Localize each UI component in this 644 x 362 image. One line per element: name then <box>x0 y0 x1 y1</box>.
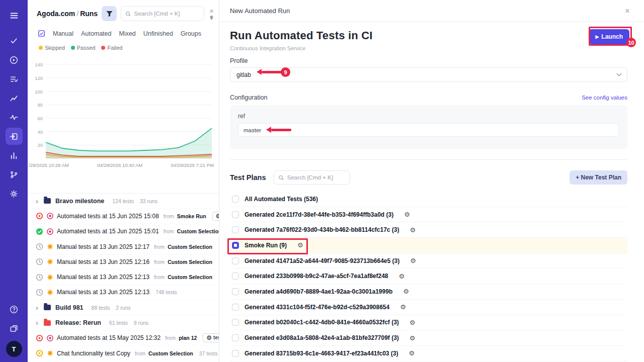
search-input[interactable] <box>134 11 200 17</box>
plan-checkbox[interactable] <box>232 288 239 295</box>
gear-icon[interactable]: ⚙ <box>297 242 303 248</box>
manual-run-icon <box>46 243 54 250</box>
test-plans-title: Test Plans <box>230 173 266 182</box>
gear-icon[interactable]: ⚙ <box>410 257 416 264</box>
branch-icon[interactable] <box>6 166 23 183</box>
chevron-right-icon[interactable]: › <box>36 197 41 205</box>
gear-icon[interactable]: ⚙ <box>399 273 405 280</box>
pin-icon[interactable] <box>209 15 214 21</box>
manual-run-icon <box>46 349 54 357</box>
close-icon[interactable]: × <box>624 7 631 15</box>
analytics-icon[interactable] <box>6 147 23 164</box>
runs-search[interactable] <box>121 6 204 21</box>
plan-checkbox[interactable] <box>232 211 239 218</box>
gear-icon[interactable]: ⚙ <box>404 211 410 218</box>
new-test-plan-button[interactable]: + New Test Plan <box>570 170 627 185</box>
test-plan-row[interactable]: Generated 233b0998-b9c2-47ae-a5cf-7ea1af… <box>230 268 627 284</box>
gear-icon[interactable] <box>6 185 23 202</box>
menu-icon[interactable] <box>6 7 23 24</box>
filter-button[interactable] <box>102 6 117 21</box>
check-icon[interactable] <box>6 32 23 49</box>
launch-button[interactable]: ▶ Launch <box>589 29 629 44</box>
report-icon[interactable] <box>38 30 45 37</box>
plan-checkbox[interactable] <box>232 350 239 357</box>
gear-icon[interactable]: ⚙ <box>410 319 416 326</box>
gear-icon[interactable]: ⚙ <box>400 304 406 310</box>
help-icon[interactable] <box>6 301 23 318</box>
tab-unfinished[interactable]: Unfinished <box>143 30 173 37</box>
plan-checkbox[interactable] <box>232 334 239 341</box>
tab-automated[interactable]: Automated <box>81 30 111 37</box>
plan-checkbox[interactable] <box>232 319 239 326</box>
plan-label: Generated 41471a52-a644-49f7-9085-923713… <box>245 257 399 264</box>
plan-checkbox[interactable] <box>232 257 239 264</box>
test-plans-search[interactable] <box>274 170 350 185</box>
plan-checkbox[interactable] <box>232 304 239 311</box>
close-icon[interactable]: × <box>208 7 215 15</box>
test-plan-row[interactable]: Generated b02040c1-c442-4db0-841e-4660a0… <box>230 315 627 331</box>
legend-dot <box>71 46 75 50</box>
runs-list: ›Bravo milestone124 tests33 runsAutomate… <box>28 193 219 361</box>
legend-dot <box>101 46 105 50</box>
run-row[interactable]: Automated tests at 15 May 2025 12:32from… <box>28 331 219 346</box>
run-row[interactable]: Automated tests at 15 Jun 2025 15:08from… <box>28 209 219 224</box>
play-circle-icon[interactable] <box>6 51 23 68</box>
run-row[interactable]: Manual tests at 13 Jun 2025 12:17fromCus… <box>28 239 219 254</box>
from-label: from <box>154 244 165 250</box>
folder-icon <box>44 320 51 326</box>
test-plan-row[interactable]: Generated 41471a52-a644-49f7-9085-923713… <box>230 253 627 269</box>
test-plan-row[interactable]: Generated 83715b93-6c1e-4663-9417-ef23a4… <box>230 346 627 361</box>
x-tick-label: 04/29/2025 7:21 PM <box>171 162 214 168</box>
run-row[interactable]: Manual tests at 13 Jun 2025 12:16fromCus… <box>28 254 219 269</box>
run-row[interactable]: Automated tests at 15 Jun 2025 15:01from… <box>28 224 219 239</box>
breadcrumb-project[interactable]: Agoda.com <box>37 10 75 18</box>
gear-icon[interactable]: ⚙ <box>403 288 409 295</box>
plan-checkbox[interactable] <box>232 242 239 249</box>
runs-count: 2 runs <box>116 305 130 311</box>
test-plan-row[interactable]: Generated e3d08a1a-5808-42e4-a1ab-81bfe3… <box>230 330 627 346</box>
chart-x-axis: /29/2025 10:29 AM04/29/2025 10:40 AM04/2… <box>29 162 214 168</box>
test-plan-row[interactable]: Generated 4331c104-f5f2-476e-b92d-c529a3… <box>230 300 627 315</box>
run-row[interactable]: Manual tests at 13 Jun 2025 12:13748 tes… <box>28 285 219 300</box>
gear-icon[interactable]: ⚙ <box>409 350 415 356</box>
plan-checkbox[interactable] <box>232 196 239 203</box>
test-plan-row[interactable]: Smoke Run (9)⚙ <box>230 238 627 253</box>
folder-row[interactable]: ›Release: Rerun61 tests9 runs <box>28 315 219 330</box>
tab-groups[interactable]: Groups <box>181 30 201 37</box>
avatar[interactable]: T <box>6 341 22 357</box>
gear-icon[interactable]: ⚙ <box>410 227 416 233</box>
gear-icon[interactable]: ⚙ <box>410 335 416 341</box>
run-meta: 748 tests <box>218 244 219 250</box>
chevron-right-icon[interactable]: › <box>36 319 41 327</box>
run-meta: 37 tests <box>199 350 218 356</box>
test-plan-row[interactable]: Generated 2ce11f7d-38ef-44fe-b353-4f694f… <box>230 207 627 223</box>
plan-checkbox[interactable] <box>232 226 239 233</box>
trend-icon[interactable] <box>6 89 23 107</box>
projects-icon[interactable] <box>6 320 23 337</box>
profile-select[interactable]: gitlab <box>230 67 627 82</box>
folder-row[interactable]: ›Build 98188 tests2 runs <box>28 300 219 315</box>
see-config-values-link[interactable]: See config values <box>582 95 627 101</box>
ref-input[interactable] <box>238 123 619 137</box>
folder-name: Build 981 <box>55 304 84 311</box>
from-label: from <box>154 259 165 265</box>
run-row[interactable]: Manual tests at 13 Jun 2025 12:13fromCus… <box>28 269 219 285</box>
test-plan-row[interactable]: All Automated Tests (536) <box>230 192 627 207</box>
legend-passed: Passed <box>71 45 96 51</box>
plan-label: Generated b02040c1-c442-4db0-841e-4660a0… <box>245 319 399 326</box>
test-list-icon[interactable] <box>6 70 23 87</box>
search-input[interactable] <box>287 174 346 180</box>
plan-checkbox[interactable] <box>232 273 239 280</box>
pulse-icon[interactable] <box>6 109 23 126</box>
chevron-right-icon[interactable]: › <box>36 304 41 312</box>
legend-dot <box>39 46 43 50</box>
folder-row[interactable]: ›Bravo milestone124 tests33 runs <box>28 194 219 209</box>
run-source: Custom Selection <box>148 350 193 356</box>
import-icon[interactable] <box>6 128 23 145</box>
test-plan-row[interactable]: Generated a4d690b7-8889-4ae1-92aa-0c3001… <box>230 284 627 300</box>
test-plan-row[interactable]: Generated 7a76f022-93d0-434b-b462-bb8114… <box>230 222 627 238</box>
run-title: Manual tests at 13 Jun 2025 12:16 <box>57 258 149 265</box>
run-row[interactable]: Chat functionality test CopyfromCustom S… <box>28 346 219 361</box>
tab-mixed[interactable]: Mixed <box>119 30 135 37</box>
tab-manual[interactable]: Manual <box>53 30 73 37</box>
